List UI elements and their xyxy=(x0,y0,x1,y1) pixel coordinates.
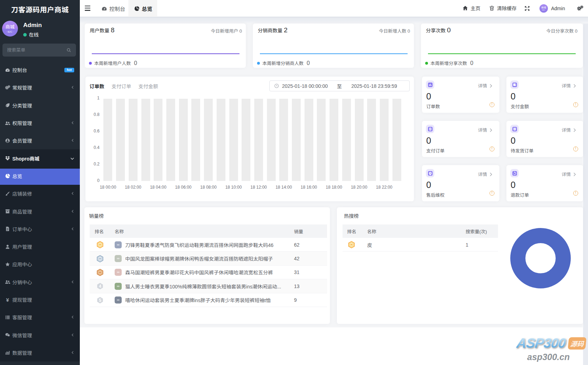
svg-text:4: 4 xyxy=(99,284,101,289)
svg-text:5: 5 xyxy=(99,298,101,303)
